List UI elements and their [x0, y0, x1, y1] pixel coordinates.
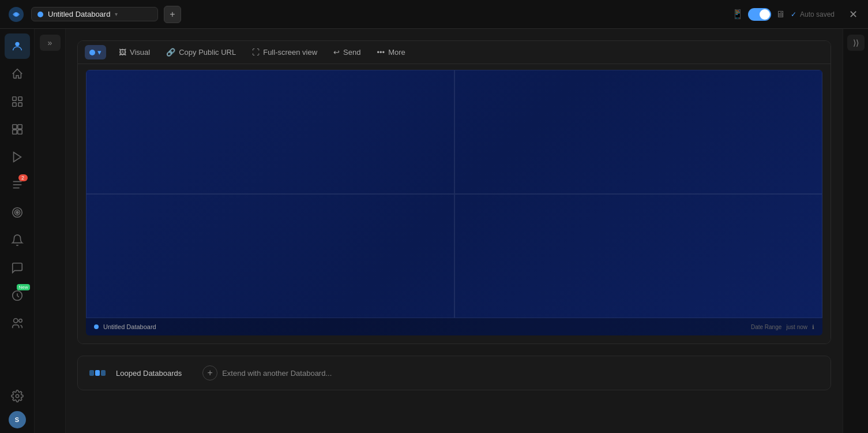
databoard-card: ▾ 🖼 Visual 🔗 Copy Public URL ⛶ Full-scre… — [77, 40, 831, 344]
grid-cell-tr — [454, 70, 823, 194]
fullscreen-label: Full-screen view — [263, 48, 317, 57]
auto-saved-status: ✓ Auto saved — [791, 10, 835, 18]
tasks-badge: 2 — [18, 174, 28, 181]
visual-icon: 🖼 — [119, 48, 126, 57]
svg-rect-3 — [12, 97, 16, 100]
sidebar-item-chat[interactable] — [5, 255, 30, 281]
sidebar-item-video[interactable] — [5, 144, 30, 170]
svg-marker-11 — [13, 152, 21, 162]
toolbar-dropdown[interactable]: ▾ — [85, 45, 106, 59]
desktop-icon[interactable]: 🖥 — [776, 9, 785, 20]
sidebar-item-new-feature[interactable]: New — [5, 283, 30, 308]
sidebar-bottom: S — [5, 383, 30, 428]
collapse-panel: » — [35, 29, 66, 433]
send-label: Send — [343, 48, 360, 57]
more-dots-icon: ••• — [377, 48, 385, 57]
extend-button[interactable]: + Extend with another Databoard... — [191, 365, 343, 380]
visual-label: Visual — [130, 48, 150, 57]
top-header: Untitled Databoard ▾ + 📱 🖥 ✓ Auto saved … — [0, 0, 868, 29]
drop-dot — [89, 50, 95, 55]
grid-cell-tl — [86, 70, 454, 194]
more-label: More — [388, 48, 405, 57]
fullscreen-icon: ⛶ — [252, 48, 260, 57]
frame-footer-dot — [94, 324, 99, 329]
title-chevron-icon: ▾ — [115, 11, 118, 17]
title-area[interactable]: Untitled Databoard ▾ — [31, 7, 158, 21]
dropdown-chevron-icon: ▾ — [97, 48, 102, 57]
svg-point-20 — [18, 319, 22, 323]
frame-footer-right: Date Range just now ℹ — [751, 324, 814, 330]
toolbar-fullscreen[interactable]: ⛶ Full-screen view — [244, 44, 325, 60]
svg-rect-23 — [95, 370, 100, 376]
svg-rect-8 — [17, 125, 21, 129]
sidebar-item-tasks[interactable]: 2 — [5, 172, 30, 197]
looped-card: Looped Databoards + Extend with another … — [77, 356, 831, 390]
close-button[interactable]: ✕ — [845, 6, 861, 23]
svg-point-17 — [16, 211, 18, 214]
frame-footer-title: Untitled Databoard — [103, 323, 156, 330]
toolbar-visual[interactable]: 🖼 Visual — [111, 44, 158, 60]
looped-icon — [89, 368, 107, 378]
collapse-button[interactable]: » — [40, 35, 61, 51]
svg-point-19 — [13, 319, 17, 323]
looped-label: Looped Databoards — [116, 369, 182, 378]
app-logo — [7, 5, 25, 24]
preview-container: Untitled Databoard Date Range just now ℹ — [78, 64, 831, 344]
timestamp-label: just now — [786, 324, 807, 330]
svg-rect-6 — [18, 103, 21, 106]
auto-saved-label: Auto saved — [800, 10, 835, 18]
grid-cell-bl — [86, 194, 454, 318]
send-icon: ↩ — [333, 48, 340, 57]
grid-cell-br — [454, 194, 823, 318]
extend-label: Extend with another Databoard... — [222, 369, 332, 378]
svg-point-21 — [16, 394, 19, 398]
new-feature-badge: New — [17, 284, 29, 290]
toolbar-more[interactable]: ••• More — [369, 44, 413, 60]
add-button[interactable]: + — [164, 6, 181, 23]
svg-rect-22 — [89, 370, 94, 376]
copy-url-label: Copy Public URL — [179, 48, 236, 57]
right-collapse-icon: ⟩⟩ — [853, 38, 859, 47]
view-toggle: 📱 🖥 — [732, 8, 785, 21]
main-layout: 2 New — [0, 29, 868, 433]
svg-rect-4 — [18, 97, 21, 100]
svg-rect-7 — [12, 125, 16, 129]
svg-rect-5 — [12, 103, 16, 106]
toggle-switch[interactable] — [748, 8, 771, 21]
sidebar-item-goals[interactable] — [5, 200, 30, 225]
frame-footer: Untitled Databoard Date Range just now ℹ — [86, 318, 822, 335]
svg-rect-9 — [12, 130, 16, 134]
copy-url-icon: 🔗 — [166, 48, 175, 57]
sidebar-item-team[interactable] — [5, 311, 30, 336]
toolbar-send[interactable]: ↩ Send — [325, 44, 369, 60]
sidebar-item-alerts[interactable] — [5, 227, 30, 253]
title-dot — [37, 12, 43, 17]
toggle-knob — [760, 9, 770, 20]
svg-point-1 — [14, 13, 18, 16]
mobile-icon[interactable]: 📱 — [732, 9, 743, 20]
sidebar-item-settings[interactable] — [5, 383, 30, 409]
svg-point-2 — [15, 42, 19, 46]
collapse-icon: » — [48, 38, 52, 47]
sidebar-item-numbers[interactable] — [5, 89, 30, 114]
toolbar: ▾ 🖼 Visual 🔗 Copy Public URL ⛶ Full-scre… — [78, 41, 831, 64]
date-range-label: Date Range — [751, 324, 781, 330]
svg-rect-24 — [101, 370, 106, 376]
preview-frame: Untitled Databoard Date Range just now ℹ — [86, 70, 822, 335]
toolbar-copy-url[interactable]: 🔗 Copy Public URL — [158, 44, 244, 60]
content-area: ▾ 🖼 Visual 🔗 Copy Public URL ⛶ Full-scre… — [66, 29, 843, 433]
databoard-title: Untitled Databoard — [48, 10, 110, 18]
right-panel: ⟩⟩ — [843, 29, 868, 433]
info-icon: ℹ — [812, 324, 814, 330]
extend-plus-icon: + — [202, 365, 217, 380]
svg-rect-10 — [17, 130, 21, 134]
sidebar: 2 New — [0, 29, 35, 433]
right-collapse-button[interactable]: ⟩⟩ — [847, 35, 865, 51]
grid-lines — [86, 70, 822, 318]
sidebar-item-dashboard[interactable] — [5, 117, 30, 142]
sidebar-item-home[interactable] — [5, 61, 30, 87]
check-icon: ✓ — [791, 10, 796, 18]
sidebar-item-people[interactable] — [5, 33, 30, 59]
avatar[interactable]: S — [9, 411, 26, 428]
